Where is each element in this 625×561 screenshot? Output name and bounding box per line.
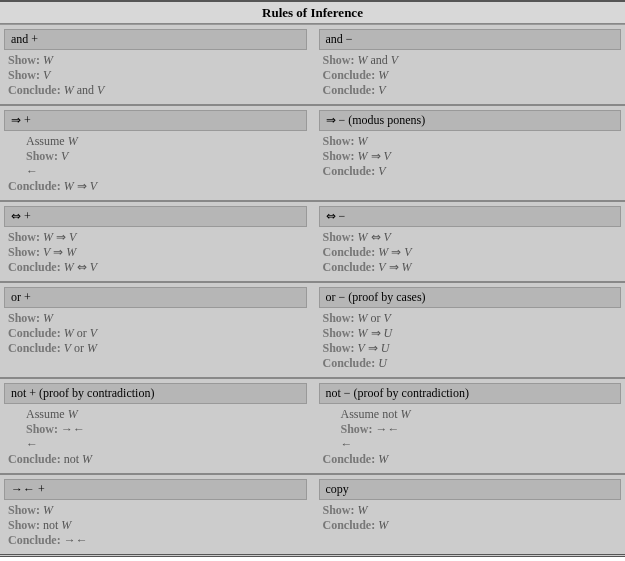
rules-grid: and +Show: WShow: VConclude: W and Vand … (0, 24, 625, 554)
rule-line: Show: V ⇒ U (323, 341, 618, 356)
line-rest: V or W (61, 341, 97, 355)
line-rest: Assume not W (341, 407, 411, 421)
rule-line: Conclude: U (323, 356, 618, 371)
rule-line: Show: W (323, 134, 618, 149)
line-rest: W ⇒ V (61, 179, 97, 193)
rule-line: ← (8, 164, 303, 179)
line-rest: Assume W (26, 134, 78, 148)
line-rest: V ⇒ W (375, 260, 411, 274)
line-keyword: Show: (323, 311, 355, 325)
rule-row: and +Show: WShow: VConclude: W and Vand … (0, 24, 625, 104)
rule-line: Conclude: W (323, 452, 618, 467)
rule-row: or +Show: WConclude: W or VConclude: V o… (0, 281, 625, 377)
rule-line: Conclude: W ⇔ V (8, 260, 303, 275)
line-rest: V (58, 149, 68, 163)
rule-body: Assume WShow: →←←Conclude: not W (4, 407, 307, 467)
line-rest: not W (61, 452, 92, 466)
line-keyword: Show: (8, 518, 40, 532)
rule-cell: or − (proof by cases)Show: W or VShow: W… (315, 283, 626, 377)
rule-header: ⇒ + (4, 110, 307, 131)
line-rest: W and V (61, 83, 105, 97)
rule-line: Conclude: not W (8, 452, 303, 467)
rule-header: not + (proof by contradiction) (4, 383, 307, 404)
line-rest: V (375, 164, 385, 178)
line-keyword: Show: (8, 230, 40, 244)
rule-body: Show: WConclude: W or VConclude: V or W (4, 311, 307, 356)
rule-header: ⇔ − (319, 206, 622, 227)
rule-row: not + (proof by contradiction)Assume WSh… (0, 377, 625, 473)
rule-row: →← +Show: WShow: not WConclude: →←copySh… (0, 473, 625, 554)
rule-cell: or +Show: WConclude: W or VConclude: V o… (0, 283, 311, 377)
line-rest: ← (341, 437, 353, 451)
line-keyword: Conclude: (323, 83, 376, 97)
line-keyword: Conclude: (323, 164, 376, 178)
line-rest: W (355, 134, 368, 148)
rule-body: Show: WShow: VConclude: W and V (4, 53, 307, 98)
rule-line: Conclude: W ⇒ V (8, 179, 303, 194)
line-keyword: Conclude: (323, 452, 376, 466)
rule-header: copy (319, 479, 622, 500)
rule-header: and − (319, 29, 622, 50)
line-keyword: Show: (8, 68, 40, 82)
rule-line: Show: W (8, 311, 303, 326)
rule-line: Assume not W (323, 407, 618, 422)
rule-line: Show: W (8, 53, 303, 68)
rule-cell: →← +Show: WShow: not WConclude: →← (0, 475, 311, 554)
rule-line: Show: V (8, 149, 303, 164)
rule-line: Show: →← (323, 422, 618, 437)
line-keyword: Show: (8, 53, 40, 67)
rule-line: Show: W (323, 503, 618, 518)
line-keyword: Conclude: (8, 341, 61, 355)
table-title: Rules of Inference (0, 2, 625, 24)
rule-line: Conclude: W (323, 518, 618, 533)
rule-cell: and −Show: W and VConclude: WConclude: V (315, 25, 626, 104)
rule-line: Show: W ⇒ V (323, 149, 618, 164)
rule-line: Show: V (8, 68, 303, 83)
rule-line: Show: →← (8, 422, 303, 437)
line-keyword: Conclude: (323, 356, 376, 370)
line-keyword: Show: (323, 503, 355, 517)
line-rest: W (40, 53, 53, 67)
line-keyword: Show: (323, 149, 355, 163)
rule-line: Show: W (8, 503, 303, 518)
rule-line: Show: W and V (323, 53, 618, 68)
line-rest: W (40, 311, 53, 325)
rule-line: Show: not W (8, 518, 303, 533)
line-rest: W ⇔ V (61, 260, 97, 274)
rule-line: Assume W (8, 407, 303, 422)
rule-line: Show: V ⇒ W (8, 245, 303, 260)
rule-row: ⇒ +Assume WShow: V←Conclude: W ⇒ V⇒ − (m… (0, 104, 625, 200)
line-rest: V ⇒ W (40, 245, 76, 259)
line-keyword: Show: (323, 53, 355, 67)
rule-body: Show: W ⇒ VShow: V ⇒ WConclude: W ⇔ V (4, 230, 307, 275)
rule-body: Assume not WShow: →←←Conclude: W (319, 407, 622, 467)
rule-header: or + (4, 287, 307, 308)
rule-line: Conclude: V or W (8, 341, 303, 356)
rules-table: Rules of Inference and +Show: WShow: VCo… (0, 0, 625, 557)
line-keyword: Show: (341, 422, 373, 436)
rule-line: Conclude: →← (8, 533, 303, 548)
rule-body: Show: WConclude: W (319, 503, 622, 533)
rule-line: Conclude: W ⇒ V (323, 245, 618, 260)
line-keyword: Show: (323, 230, 355, 244)
line-rest: W (375, 518, 388, 532)
rule-body: Show: WShow: W ⇒ VConclude: V (319, 134, 622, 179)
line-keyword: Conclude: (8, 452, 61, 466)
line-rest: W ⇒ U (355, 326, 393, 340)
rule-line: Conclude: W (323, 68, 618, 83)
rule-cell: and +Show: WShow: VConclude: W and V (0, 25, 311, 104)
line-rest: W ⇔ V (355, 230, 391, 244)
rule-body: Show: W and VConclude: WConclude: V (319, 53, 622, 98)
rule-cell: ⇔ −Show: W ⇔ VConclude: W ⇒ VConclude: V… (315, 202, 626, 281)
rule-body: Show: WShow: not WConclude: →← (4, 503, 307, 548)
line-keyword: Show: (8, 503, 40, 517)
line-keyword: Conclude: (8, 326, 61, 340)
rule-line: Conclude: V (323, 83, 618, 98)
rule-body: Show: W or VShow: W ⇒ UShow: V ⇒ UConclu… (319, 311, 622, 371)
rule-line: Conclude: V ⇒ W (323, 260, 618, 275)
line-keyword: Show: (323, 326, 355, 340)
rule-header: ⇒ − (modus ponens) (319, 110, 622, 131)
rule-line: Show: W ⇒ U (323, 326, 618, 341)
rule-row: ⇔ +Show: W ⇒ VShow: V ⇒ WConclude: W ⇔ V… (0, 200, 625, 281)
rule-cell: ⇔ +Show: W ⇒ VShow: V ⇒ WConclude: W ⇔ V (0, 202, 311, 281)
